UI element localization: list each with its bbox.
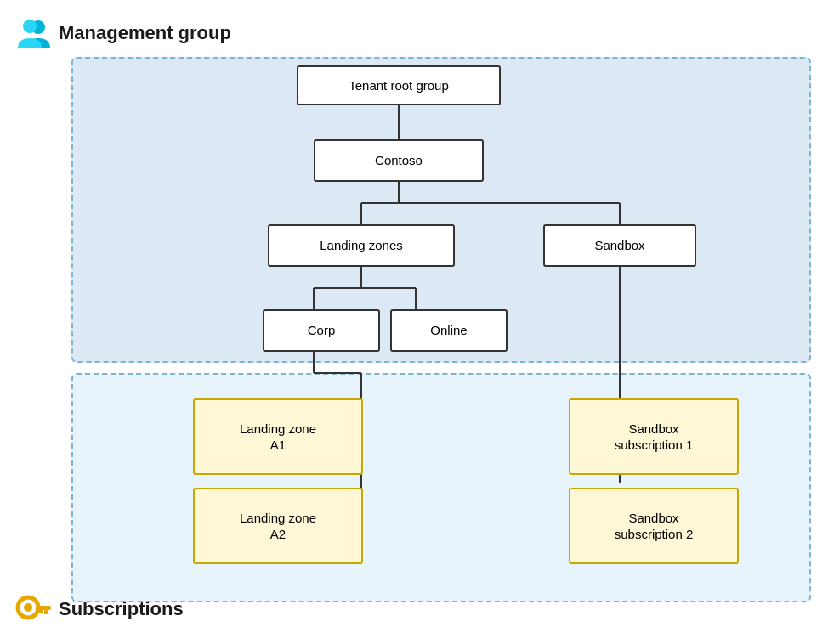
svg-rect-24 bbox=[44, 610, 48, 614]
svg-point-20 bbox=[23, 20, 37, 33]
key-icon bbox=[14, 590, 52, 628]
tenant-root-group-box: Tenant root group bbox=[297, 65, 501, 105]
svg-rect-23 bbox=[36, 606, 51, 610]
diagram-container: Tenant root group Contoso Landing zones … bbox=[8, 8, 824, 636]
sandbox-mgmt-box: Sandbox bbox=[543, 224, 696, 267]
landing-zone-a2-box: Landing zoneA2 bbox=[193, 488, 363, 564]
online-box: Online bbox=[390, 309, 508, 352]
landing-zones-box: Landing zones bbox=[268, 224, 455, 267]
corp-box: Corp bbox=[263, 309, 380, 352]
sandbox-sub2-box: Sandboxsubscription 2 bbox=[569, 488, 739, 564]
sandbox-sub1-box: Sandboxsubscription 1 bbox=[569, 398, 739, 475]
svg-point-22 bbox=[24, 603, 32, 612]
subscriptions-label: Subscriptions bbox=[14, 590, 184, 628]
svg-rect-25 bbox=[39, 610, 43, 613]
people-icon bbox=[14, 16, 52, 50]
contoso-box: Contoso bbox=[314, 139, 484, 182]
landing-zone-a1-box: Landing zoneA1 bbox=[193, 398, 363, 475]
management-group-label: Management group bbox=[14, 16, 231, 50]
